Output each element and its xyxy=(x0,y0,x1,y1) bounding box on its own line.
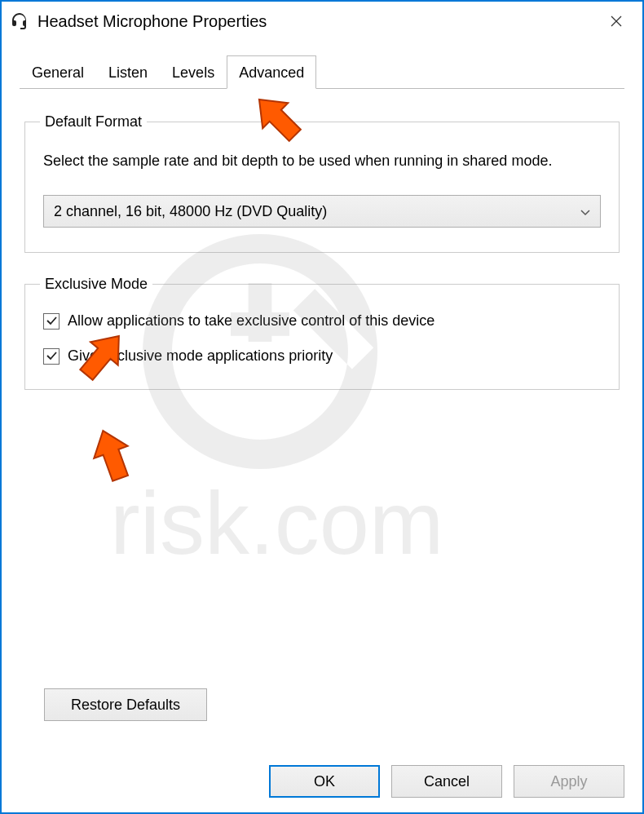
exclusive-priority-label: Give exclusive mode applications priorit… xyxy=(68,347,333,365)
ok-button[interactable]: OK xyxy=(269,765,380,798)
exclusive-priority-checkbox-row[interactable]: Give exclusive mode applications priorit… xyxy=(43,347,601,365)
restore-defaults-label: Restore Defaults xyxy=(71,697,180,714)
svg-text:risk.com: risk.com xyxy=(110,472,443,573)
dropdown-selected-value: 2 channel, 16 bit, 48000 Hz (DVD Quality… xyxy=(54,203,327,220)
sample-rate-dropdown[interactable]: 2 channel, 16 bit, 48000 Hz (DVD Quality… xyxy=(43,195,601,228)
chevron-down-icon xyxy=(580,203,590,220)
exclusive-priority-checkbox[interactable] xyxy=(43,348,60,365)
restore-defaults-button[interactable]: Restore Defaults xyxy=(44,688,207,721)
tab-area: General Listen Levels Advanced Default F… xyxy=(2,41,642,421)
window-title: Headset Microphone Properties xyxy=(37,12,597,31)
dialog-window: Headset Microphone Properties General Li… xyxy=(0,0,644,814)
close-button[interactable] xyxy=(597,2,636,41)
cancel-button[interactable]: Cancel xyxy=(391,765,502,798)
tab-advanced[interactable]: Advanced xyxy=(227,55,316,89)
allow-exclusive-checkbox[interactable] xyxy=(43,313,60,330)
tab-general[interactable]: General xyxy=(20,55,96,88)
dialog-button-bar: OK Cancel Apply xyxy=(269,765,624,798)
close-icon xyxy=(611,15,622,27)
checkmark-icon xyxy=(46,350,58,362)
annotation-arrow-icon xyxy=(80,424,145,489)
ok-label: OK xyxy=(314,773,335,790)
tab-listen[interactable]: Listen xyxy=(96,55,160,88)
default-format-group: Default Format Select the sample rate an… xyxy=(24,113,620,253)
cancel-label: Cancel xyxy=(424,773,470,790)
headset-icon xyxy=(10,11,29,31)
titlebar: Headset Microphone Properties xyxy=(2,2,642,41)
tab-levels[interactable]: Levels xyxy=(160,55,227,88)
tabs: General Listen Levels Advanced xyxy=(20,55,624,89)
default-format-description: Select the sample rate and bit depth to … xyxy=(43,150,601,172)
checkmark-icon xyxy=(46,315,58,327)
allow-exclusive-label: Allow applications to take exclusive con… xyxy=(68,312,434,330)
apply-button: Apply xyxy=(514,765,624,798)
apply-label: Apply xyxy=(550,773,587,790)
exclusive-mode-legend: Exclusive Mode xyxy=(40,276,152,293)
tab-content-advanced: Default Format Select the sample rate an… xyxy=(20,89,624,421)
allow-exclusive-checkbox-row[interactable]: Allow applications to take exclusive con… xyxy=(43,312,601,330)
exclusive-mode-group: Exclusive Mode Allow applications to tak… xyxy=(24,276,620,390)
default-format-legend: Default Format xyxy=(40,113,147,131)
